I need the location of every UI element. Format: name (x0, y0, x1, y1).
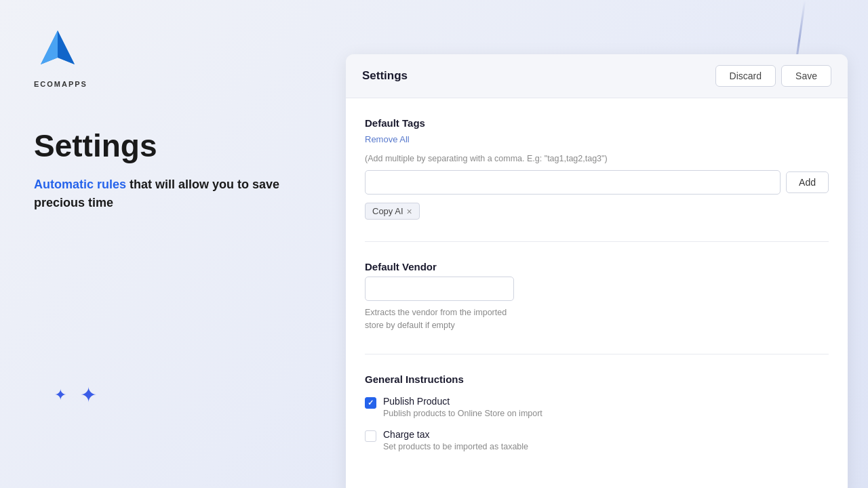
sparkle-large-icon: ✦ (80, 383, 97, 407)
vendor-help-line2: store by default if empty (365, 321, 455, 330)
add-tag-button[interactable]: Add (786, 171, 829, 193)
vendor-help-line1: Extracts the vendor from the imported (365, 308, 507, 317)
sparkles-decoration: ✦ ✦ (54, 383, 97, 407)
charge-tax-checkbox[interactable] (365, 430, 376, 442)
save-button[interactable]: Save (781, 65, 831, 87)
default-tags-label: Default Tags (365, 117, 829, 129)
sidebar: ECOMAPPS Settings Automatic rules that w… (0, 0, 332, 488)
general-instructions-section: General Instructions Publish Product Pub… (365, 373, 829, 451)
tags-list: Copy AI × (365, 203, 829, 220)
publish-product-desc: Publish products to Online Store on impo… (383, 409, 542, 418)
tag-chip-close-icon[interactable]: × (407, 207, 412, 216)
tag-input-row: Add (365, 170, 829, 195)
publish-product-content: Publish Product Publish products to Onli… (383, 396, 542, 418)
tags-helper-text: (Add multiple by separating with a comma… (365, 154, 829, 163)
discard-button[interactable]: Discard (715, 65, 776, 87)
vendor-input[interactable] (365, 277, 514, 301)
header-buttons: Discard Save (715, 65, 831, 87)
panel-body: Default Tags Remove All (Add multiple by… (346, 98, 848, 488)
default-vendor-section: Default Vendor Extracts the vendor from … (365, 261, 829, 332)
general-instructions-label: General Instructions (365, 373, 829, 385)
svg-marker-1 (58, 30, 75, 64)
default-tags-section: Default Tags Remove All (Add multiple by… (365, 117, 829, 220)
publish-product-checkbox[interactable] (365, 397, 376, 409)
charge-tax-content: Charge tax Set products to be imported a… (383, 429, 528, 451)
tag-chip-label: Copy AI (372, 206, 403, 216)
sidebar-subtitle: Automatic rules that will allow you to s… (34, 176, 298, 212)
remove-all-link[interactable]: Remove All (365, 134, 410, 144)
tags-input[interactable] (365, 170, 781, 195)
publish-product-row: Publish Product Publish products to Onli… (365, 396, 829, 418)
page-title: Settings (34, 129, 298, 163)
sidebar-highlight: Automatic rules (34, 178, 126, 191)
vendor-help-text: Extracts the vendor from the imported st… (365, 306, 829, 332)
panel-header: Settings Discard Save (346, 54, 848, 98)
charge-tax-desc: Set products to be imported as taxable (383, 442, 528, 451)
svg-marker-2 (41, 30, 58, 64)
tag-chip: Copy AI × (365, 203, 420, 220)
settings-panel: Settings Discard Save Default Tags Remov… (346, 54, 848, 488)
app-name: ECOMAPPS (34, 80, 87, 88)
divider-1 (365, 241, 829, 242)
charge-tax-label: Charge tax (383, 429, 528, 440)
divider-2 (365, 354, 829, 354)
charge-tax-row: Charge tax Set products to be imported a… (365, 429, 829, 451)
panel-title: Settings (362, 69, 408, 83)
sparkle-small-icon: ✦ (54, 386, 66, 404)
logo-area: ECOMAPPS (34, 27, 298, 88)
default-vendor-label: Default Vendor (365, 261, 829, 272)
logo-icon (34, 27, 81, 75)
publish-product-label: Publish Product (383, 396, 542, 407)
